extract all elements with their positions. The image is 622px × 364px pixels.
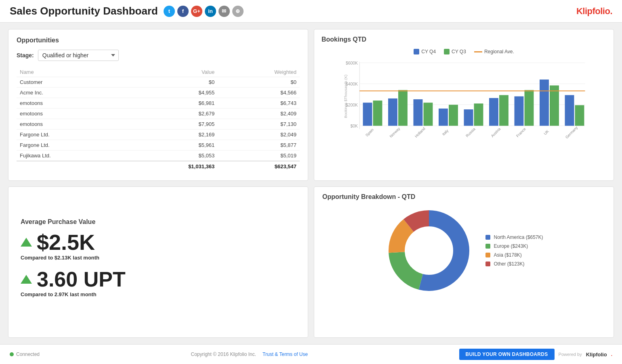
svg-text:$600K: $600K bbox=[346, 61, 358, 65]
bar-france-q4 bbox=[515, 96, 524, 126]
table-row: Acme Inc.$4,955$4,566 bbox=[17, 88, 300, 98]
footer-center: Copyright © 2016 Klipfolio Inc. Trust & … bbox=[191, 351, 308, 357]
table-cell: $5,877 bbox=[218, 140, 300, 151]
donut-legend-dot bbox=[485, 235, 490, 240]
svg-text:Norway: Norway bbox=[389, 126, 401, 138]
donut-legend-label: Other ($123K) bbox=[494, 261, 524, 267]
svg-text:France: France bbox=[515, 127, 527, 138]
metric-block-1: $2.5K Compared to $2.13K last month bbox=[21, 231, 296, 261]
svg-text:$0K: $0K bbox=[350, 124, 358, 128]
build-dashboards-button[interactable]: BUILD YOUR OWN DASHBOARDS bbox=[459, 349, 555, 360]
table-cell: $5,961 bbox=[124, 140, 218, 151]
table-cell: emotoons bbox=[17, 109, 124, 119]
svg-text:Italy: Italy bbox=[441, 128, 449, 136]
legend-regional-ave: Regional Ave. bbox=[474, 49, 514, 54]
col-weighted: Weighted bbox=[218, 67, 300, 77]
svg-text:Russia: Russia bbox=[465, 127, 476, 138]
table-row: emotoons$7,905$7,130 bbox=[17, 119, 300, 130]
metric-sub-1: Compared to $2.13K last month bbox=[21, 255, 296, 261]
donut-legend-dot bbox=[485, 261, 490, 266]
table-cell: $7,905 bbox=[124, 119, 218, 130]
bar-chart-svg: $600K $400K $200K $0K Bookings $Thousand… bbox=[322, 59, 606, 159]
bar-italy-q3 bbox=[449, 105, 458, 126]
footer-right: BUILD YOUR OWN DASHBOARDS Powered by Kli… bbox=[459, 349, 612, 360]
opportunities-title: Opportunities bbox=[17, 37, 300, 44]
legend-cy-q3: CY Q3 bbox=[444, 49, 466, 54]
bar-uk-q3 bbox=[550, 86, 559, 126]
facebook-icon[interactable]: f bbox=[177, 6, 189, 17]
bar-russia-q3 bbox=[474, 103, 483, 126]
bar-austria-q3 bbox=[499, 95, 509, 126]
google-icon[interactable]: G+ bbox=[191, 6, 202, 17]
table-cell: emotoons bbox=[17, 98, 124, 109]
bar-norway-q4 bbox=[388, 98, 397, 126]
bar-norway-q3 bbox=[398, 90, 408, 126]
bar-italy-q4 bbox=[439, 109, 448, 126]
bar-france-q3 bbox=[525, 90, 534, 126]
table-row: Fargone Ltd.$2,169$2,049 bbox=[17, 130, 300, 140]
bar-holland-q3 bbox=[424, 103, 433, 126]
bar-uk-q4 bbox=[540, 79, 549, 126]
total-row: $1,031,363 $623,547 bbox=[17, 161, 300, 172]
table-cell: $2,409 bbox=[218, 109, 300, 119]
donut-legend-label: North America ($657K) bbox=[494, 234, 543, 240]
main-content: Opportunities Stage: Qualified or higher… bbox=[0, 23, 622, 344]
table-cell: $6,743 bbox=[218, 98, 300, 109]
donut-legend-label: Asia ($178K) bbox=[494, 252, 521, 258]
legend-cy-q4-box bbox=[414, 49, 419, 54]
twitter-icon[interactable]: t bbox=[164, 6, 175, 17]
table-cell: $2,049 bbox=[218, 130, 300, 140]
table-cell: Fujikawa Ltd. bbox=[17, 151, 124, 161]
donut-container: North America ($657K) Europe ($243K) Asi… bbox=[322, 206, 605, 295]
footer-left: Connected bbox=[10, 351, 40, 357]
table-cell: Acme Inc. bbox=[17, 88, 124, 98]
table-row: emotoons$6,981$6,743 bbox=[17, 98, 300, 109]
email-icon[interactable]: ✉ bbox=[219, 6, 230, 17]
footer: Connected Copyright © 2016 Klipfolio Inc… bbox=[0, 344, 622, 364]
bar-russia-q4 bbox=[464, 109, 473, 126]
bar-austria-q4 bbox=[489, 98, 498, 126]
table-cell: $2,679 bbox=[124, 109, 218, 119]
powered-by-text: Powered by bbox=[559, 352, 582, 357]
metric-block-2: 3.60 UPT Compared to 2.97K last month bbox=[21, 269, 296, 297]
big-value-1: $2.5K bbox=[37, 231, 95, 253]
up-arrow-icon-1 bbox=[21, 238, 32, 247]
stage-select[interactable]: Qualified or higher All Stages Prospecti… bbox=[38, 50, 119, 61]
linkedin-icon[interactable]: in bbox=[205, 6, 216, 17]
table-cell: $4,955 bbox=[124, 88, 218, 98]
connected-label: Connected bbox=[16, 351, 40, 357]
header: Sales Opportunity Dashboard t f G+ in ✉ … bbox=[0, 0, 622, 23]
stage-label: Stage: bbox=[17, 52, 34, 59]
legend-cy-q3-label: CY Q3 bbox=[452, 49, 466, 54]
metric-value-2: 3.60 UPT bbox=[21, 269, 296, 290]
bar-holland-q4 bbox=[414, 99, 423, 126]
bar-germany-q4 bbox=[565, 95, 574, 126]
opportunities-card: Opportunities Stage: Qualified or higher… bbox=[8, 29, 308, 181]
col-value: Value bbox=[124, 67, 218, 77]
total-value: $1,031,363 bbox=[124, 161, 218, 172]
legend-regional-line bbox=[474, 51, 482, 52]
header-left: Sales Opportunity Dashboard t f G+ in ✉ … bbox=[10, 5, 244, 17]
table-cell: $6,981 bbox=[124, 98, 218, 109]
donut-legend-item: Europe ($243K) bbox=[485, 243, 543, 249]
bar-chart-area: $600K $400K $200K $0K Bookings $Thousand… bbox=[322, 59, 606, 172]
svg-text:UK: UK bbox=[543, 129, 550, 136]
table-cell: $2,169 bbox=[124, 130, 218, 140]
table-row: Fujikawa Ltd.$5,053$5,019 bbox=[17, 151, 300, 161]
table-cell: $7,130 bbox=[218, 119, 300, 130]
total-weighted: $623,547 bbox=[218, 161, 300, 172]
table-cell: $5,053 bbox=[124, 151, 218, 161]
donut-legend-item: Asia ($178K) bbox=[485, 252, 543, 258]
share-icon[interactable]: ⊕ bbox=[232, 6, 244, 17]
trust-link[interactable]: Trust & Terms of Use bbox=[263, 351, 308, 357]
avg-purchase-card: Average Purchase Value $2.5K Compared to… bbox=[8, 186, 308, 338]
donut-legend: North America ($657K) Europe ($243K) Asi… bbox=[485, 234, 543, 267]
svg-text:Austria: Austria bbox=[490, 127, 502, 138]
table-row: emotoons$2,679$2,409 bbox=[17, 109, 300, 119]
legend-cy-q4: CY Q4 bbox=[414, 49, 436, 54]
donut-chart bbox=[385, 206, 473, 295]
opportunities-table: Name Value Weighted Customer$0$0Acme Inc… bbox=[17, 67, 300, 172]
svg-text:Spain: Spain bbox=[365, 128, 374, 137]
table-cell: Customer bbox=[17, 77, 124, 88]
bar-spain-q3 bbox=[373, 100, 382, 126]
